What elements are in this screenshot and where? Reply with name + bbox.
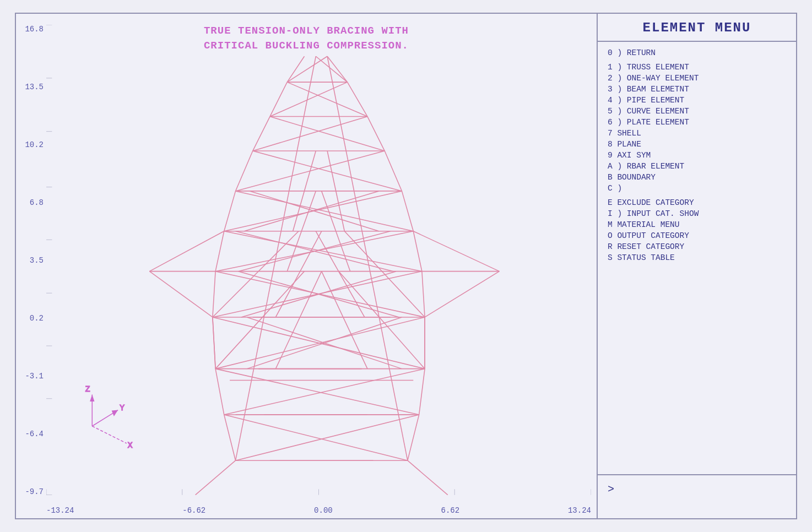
y-label-6: -3.1 xyxy=(18,372,46,381)
menu-item[interactable]: O OUTPUT CATEGORY xyxy=(605,230,788,241)
y-label-1: 13.5 xyxy=(18,83,46,91)
svg-line-30 xyxy=(224,231,422,272)
svg-line-53 xyxy=(408,460,448,495)
svg-line-57 xyxy=(322,272,367,369)
svg-line-41 xyxy=(287,82,367,116)
menu-item[interactable]: I ) INPUT CAT. SHOW xyxy=(605,208,788,219)
svg-line-58 xyxy=(275,231,321,317)
y-label-2: 10.2 xyxy=(18,140,46,149)
structure-drawing: Z Y X xyxy=(46,25,591,495)
svg-line-52 xyxy=(196,460,236,495)
svg-marker-83 xyxy=(90,394,94,401)
x-label-0: -13.24 xyxy=(46,506,74,515)
y-label-8: -9.7 xyxy=(18,487,46,496)
svg-line-54 xyxy=(213,317,215,369)
menu-item[interactable]: 1 ) TRUSS ELEMENT xyxy=(605,62,788,73)
svg-line-47 xyxy=(425,272,499,317)
menu-panel: ELEMENT MENU 0 ) RETURN1 ) TRUSS ELEMENT… xyxy=(598,14,796,518)
svg-line-44 xyxy=(149,272,213,317)
menu-items-container: 0 ) RETURN1 ) TRUSS ELEMENT2 ) ONE-WAY E… xyxy=(605,47,788,263)
x-axis-labels: -13.24 -6.62 0.00 6.62 13.24 xyxy=(46,506,591,515)
y-label-7: -6.4 xyxy=(18,430,46,438)
menu-item[interactable]: 3 ) BEAM ELEMETNT xyxy=(605,84,788,95)
svg-line-86 xyxy=(92,426,126,443)
outer-container: TRUE TENSION-ONLY BRACING WITH CRITICAL … xyxy=(0,0,812,532)
svg-line-36 xyxy=(253,151,402,191)
menu-title-bar: ELEMENT MENU xyxy=(598,14,796,42)
menu-item[interactable]: E EXCLUDE CATEGORY xyxy=(605,197,788,208)
menu-item[interactable]: 6 ) PLATE ELEMENT xyxy=(605,117,788,128)
y-label-5: 0.2 xyxy=(18,314,46,323)
menu-item[interactable]: 5 ) CURVE ELEMENT xyxy=(605,106,788,117)
svg-line-19 xyxy=(224,369,425,415)
menu-item[interactable]: 7 SHELL xyxy=(605,128,788,139)
menu-item[interactable]: 8 PLANE xyxy=(605,139,788,150)
menu-item[interactable]: B BOUNDARY xyxy=(605,172,788,183)
svg-text:Y: Y xyxy=(120,404,124,412)
menu-item[interactable]: A ) RBAR ELEMENT xyxy=(605,161,788,172)
svg-text:X: X xyxy=(128,441,133,450)
svg-text:Z: Z xyxy=(85,385,90,394)
svg-line-32 xyxy=(236,191,414,231)
menu-item[interactable]: S STATUS TABLE xyxy=(605,252,788,263)
x-label-1: -6.62 xyxy=(182,506,205,515)
y-label-3: 6.8 xyxy=(18,198,46,207)
svg-line-18 xyxy=(224,415,408,460)
chart-area: TRUE TENSION-ONLY BRACING WITH CRITICAL … xyxy=(16,14,598,518)
y-axis-labels: 16.8 13.5 10.2 6.8 3.5 0.2 -3.1 -6.4 -9.… xyxy=(18,14,46,496)
menu-item[interactable]: M MATERIAL MENU xyxy=(605,219,788,230)
menu-prompt: > xyxy=(608,483,614,496)
svg-line-38 xyxy=(270,117,385,151)
svg-line-37 xyxy=(253,117,367,151)
menu-item[interactable]: C ) xyxy=(605,183,788,194)
svg-line-69 xyxy=(236,231,393,272)
menu-item[interactable]: 4 ) PIPE ELEMENT xyxy=(605,95,788,106)
y-label-4: 3.5 xyxy=(18,256,46,265)
menu-prompt-area: > xyxy=(598,474,796,518)
svg-line-42 xyxy=(287,56,327,82)
main-frame: TRUE TENSION-ONLY BRACING WITH CRITICAL … xyxy=(15,13,797,519)
x-label-3: 6.62 xyxy=(441,506,460,515)
menu-item[interactable]: 2 ) ONE-WAY ELEMENT xyxy=(605,73,788,84)
svg-line-79 xyxy=(344,231,425,317)
menu-item[interactable]: 9 AXI SYM xyxy=(605,150,788,161)
svg-line-49 xyxy=(413,231,499,272)
y-label-0: 16.8 xyxy=(18,25,46,34)
menu-items-list: 0 ) RETURN1 ) TRUSS ELEMENT2 ) ONE-WAY E… xyxy=(598,42,796,474)
menu-title: ELEMENT MENU xyxy=(605,20,788,35)
menu-item[interactable]: R RESET CATEGORY xyxy=(605,241,788,252)
svg-line-46 xyxy=(149,231,224,272)
svg-line-17 xyxy=(236,415,419,460)
x-label-4: 13.24 xyxy=(568,506,591,515)
menu-item[interactable]: 0 ) RETURN xyxy=(605,47,788,58)
x-label-2: 0.00 xyxy=(314,506,333,515)
